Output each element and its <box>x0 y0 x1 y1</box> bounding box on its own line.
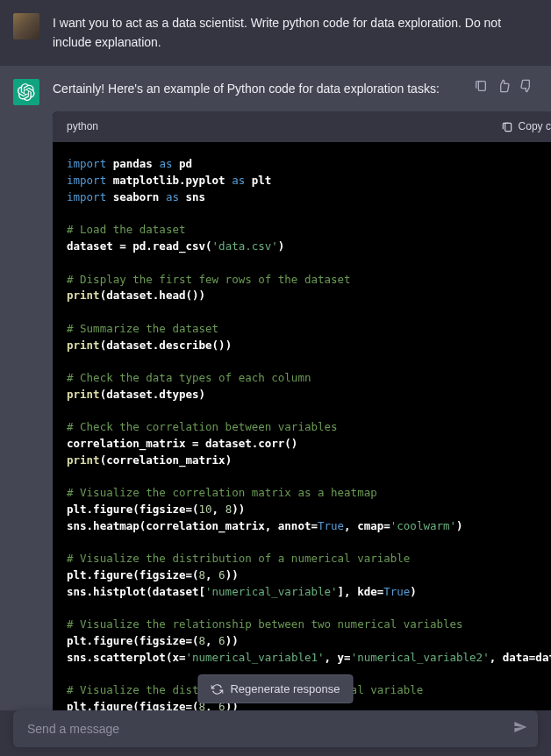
clipboard-icon <box>501 121 513 133</box>
copy-code-label: Copy code <box>519 118 551 135</box>
copy-code-button[interactable]: Copy code <box>501 118 551 135</box>
refresh-icon <box>211 683 223 695</box>
user-avatar <box>13 13 39 39</box>
thumbs-down-icon[interactable] <box>519 79 533 93</box>
user-message-text: I want you to act as a data scientist. W… <box>53 13 538 53</box>
regenerate-container: Regenerate response <box>197 674 353 703</box>
message-actions <box>474 79 533 93</box>
thumbs-up-icon[interactable] <box>497 79 511 93</box>
code-block: python Copy code import pandas as pd imp… <box>53 111 551 710</box>
user-message: I want you to act as a data scientist. W… <box>0 0 551 66</box>
regenerate-label: Regenerate response <box>230 682 340 695</box>
conversation-area: I want you to act as a data scientist. W… <box>0 0 551 710</box>
message-input-area <box>13 710 538 747</box>
regenerate-button[interactable]: Regenerate response <box>197 674 353 703</box>
send-icon <box>513 720 527 734</box>
code-body: import pandas as pd import matplotlib.py… <box>53 142 551 710</box>
svg-rect-1 <box>478 81 485 90</box>
send-button[interactable] <box>513 720 527 738</box>
clipboard-icon[interactable] <box>474 79 488 93</box>
svg-rect-0 <box>504 123 511 131</box>
assistant-message-content: Certainly! Here's an example of Python c… <box>53 79 551 710</box>
assistant-message: Certainly! Here's an example of Python c… <box>0 66 551 710</box>
assistant-avatar <box>13 79 39 105</box>
code-language-label: python <box>67 118 98 135</box>
code-header: python Copy code <box>53 111 551 142</box>
message-input[interactable] <box>27 722 498 736</box>
